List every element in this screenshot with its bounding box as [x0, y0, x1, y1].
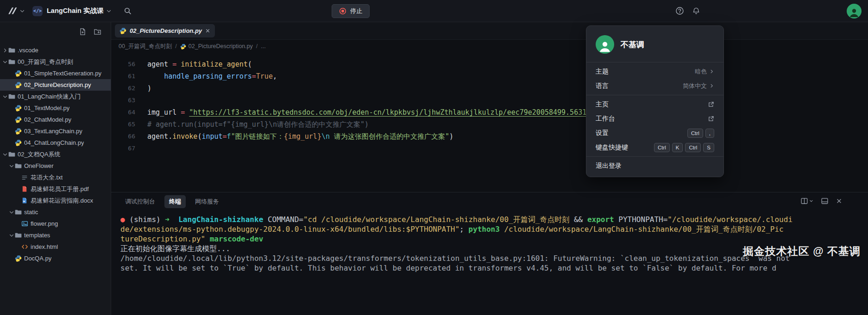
- chevron-down-icon[interactable]: [2, 152, 8, 157]
- notifications-icon[interactable]: [692, 7, 700, 15]
- stop-label: 停止: [350, 7, 362, 15]
- menu-item[interactable]: 语言简体中文: [586, 79, 723, 93]
- breadcrumb-item[interactable]: 02_PictureDescription.py: [180, 43, 253, 49]
- panel-tab-inactive[interactable]: 调试控制台: [120, 195, 160, 208]
- code-token: ): [449, 132, 453, 141]
- tree-file-item[interactable]: 02_PictureDescription.py: [0, 79, 111, 91]
- code-token: =: [252, 72, 256, 80]
- user-menu: 不基调 主题暗色语言简体中文主页工作台设置Ctrl,键盘快捷键CtrlKCtrl…: [586, 25, 724, 177]
- code-line-61[interactable]: 61 handle_parsing_errors=True,: [111, 70, 868, 82]
- tree-folder-item[interactable]: templates: [0, 229, 111, 241]
- code-token: agent: [147, 60, 172, 68]
- pdf-file-icon: [21, 185, 28, 192]
- line-number: 66: [111, 130, 135, 142]
- search-icon[interactable]: [124, 7, 132, 15]
- tree-file-item[interactable]: 花语大全.txt: [0, 172, 111, 183]
- terminal-token: export: [587, 215, 618, 224]
- tree-folder-item[interactable]: static: [0, 206, 111, 218]
- chevron-right-icon: [709, 69, 714, 74]
- tree-file-item[interactable]: 02_ChatModel.py: [0, 114, 111, 125]
- menu-item-value: 简体中文: [683, 82, 707, 90]
- line-number: 65: [111, 118, 135, 130]
- chevron-down-icon[interactable]: [106, 8, 112, 14]
- breadcrumb-item[interactable]: 00_开篇词_奇点时刻: [119, 43, 172, 50]
- close-panel-button[interactable]: [836, 198, 842, 204]
- username: 不基调: [621, 39, 644, 50]
- tree-file-item[interactable]: 01_SimpleTextGeneration.py: [0, 68, 111, 79]
- chevron-down-icon: [809, 199, 813, 203]
- editor-layout-button[interactable]: [800, 197, 813, 205]
- app-logo[interactable]: [6, 6, 18, 17]
- code-line-62[interactable]: 62): [111, 82, 868, 94]
- tree-folder-item[interactable]: OneFlower: [0, 160, 111, 172]
- menu-item[interactable]: 工作台: [586, 111, 723, 126]
- folder-icon: [14, 232, 22, 239]
- breadcrumb-item[interactable]: ...: [261, 43, 265, 49]
- python-file-icon: [14, 116, 22, 123]
- file-name: 易速鲜花运营指南.docx: [31, 197, 93, 205]
- tree-folder-item[interactable]: 02_文档QA系统: [0, 148, 111, 160]
- code-line-66[interactable]: 66agent.invoke(input=f"图片链接如下：{img_url}\…: [111, 130, 868, 142]
- terminal-token: /home/cloudide/.local/lib/python3.12/sit…: [120, 254, 790, 263]
- chevron-down-icon[interactable]: [8, 163, 14, 169]
- chevron-down-icon[interactable]: [2, 59, 8, 65]
- docx-file-icon: [21, 197, 28, 204]
- tree-file-item[interactable]: 03_TextLangChain.py: [0, 125, 111, 137]
- folder-icon: [8, 151, 15, 158]
- menu-item[interactable]: 键盘快捷键CtrlKCtrlS: [586, 140, 723, 154]
- file-name: OneFlower: [24, 162, 54, 169]
- chevron-right-icon[interactable]: [2, 48, 8, 53]
- folder-icon: [8, 47, 15, 54]
- chevron-down-icon[interactable]: [19, 8, 25, 14]
- line-number: 62: [111, 82, 135, 94]
- tree-file-item[interactable]: 易速鲜花员工手册.pdf: [0, 183, 111, 195]
- tree-folder-item[interactable]: 01_LangChain快速入门: [0, 91, 111, 102]
- tree-file-item[interactable]: DocQA.py: [0, 253, 111, 264]
- close-tab-icon[interactable]: [205, 28, 210, 33]
- code-line-63[interactable]: 63: [111, 94, 868, 106]
- line-number: 67: [111, 142, 135, 154]
- tree-file-item[interactable]: 04_ChatLongChain.py: [0, 137, 111, 148]
- code-line-67[interactable]: 67: [111, 142, 868, 154]
- panel-tab-inactive[interactable]: 网络服务: [190, 195, 224, 208]
- panel-tab-active[interactable]: 终端: [164, 195, 186, 208]
- code-token: invoke: [172, 132, 197, 141]
- new-file-button[interactable]: [79, 28, 87, 36]
- code-editor[interactable]: 56agent = initialize_agent(61 handle_par…: [111, 53, 868, 192]
- tree-folder-item[interactable]: 00_开篇词_奇点时刻: [0, 56, 111, 68]
- toggle-panel-button[interactable]: [821, 197, 829, 205]
- stop-button[interactable]: 停止: [332, 4, 370, 18]
- help-icon[interactable]: [675, 6, 684, 15]
- project-name[interactable]: LangChain 实战课: [47, 6, 103, 15]
- new-folder-button[interactable]: [94, 28, 101, 36]
- chevron-down-icon[interactable]: [2, 94, 8, 99]
- tree-file-item[interactable]: flower.png: [0, 218, 111, 229]
- menu-item[interactable]: 设置Ctrl,: [586, 126, 723, 140]
- terminal-output[interactable]: ● (shims) ➜ LangChain-shizhanke COMMAND=…: [111, 211, 868, 315]
- tree-file-item[interactable]: 01_TextModel.py: [0, 102, 111, 114]
- code-line-64[interactable]: 64img_url = "https://lf3-static.bytednsd…: [111, 106, 868, 118]
- terminal-token: tureDescription.py": [120, 235, 205, 243]
- menu-item[interactable]: 退出登录: [586, 159, 723, 173]
- user-avatar[interactable]: [847, 4, 862, 19]
- code-line-65[interactable]: 65# agent.run(input=f"{img_url}\n请创作合适的中…: [111, 118, 868, 130]
- menu-item-value: 暗色: [695, 68, 707, 76]
- terminal-line: ● (shims) ➜ LangChain-shizhanke COMMAND=…: [120, 215, 868, 224]
- chevron-down-icon[interactable]: [8, 233, 14, 238]
- user-menu-items: 主题暗色语言简体中文主页工作台设置Ctrl,键盘快捷键CtrlKCtrlS退出登…: [586, 62, 723, 173]
- chevron-down-icon[interactable]: [8, 210, 14, 215]
- tree-folder-item[interactable]: .vscode: [0, 44, 111, 56]
- file-name: 01_TextModel.py: [24, 105, 69, 111]
- python-file-icon: [14, 70, 22, 77]
- menu-item[interactable]: 主页: [586, 97, 723, 111]
- file-name: 易速鲜花员工手册.pdf: [31, 185, 89, 193]
- file-name: index.html: [31, 243, 58, 250]
- tree-file-item[interactable]: index.html: [0, 241, 111, 253]
- topbar: </> LangChain 实战课 停止: [0, 0, 868, 22]
- explorer-toolbar: [0, 22, 111, 41]
- code-line-56[interactable]: 56agent = initialize_agent(: [111, 58, 868, 70]
- file-name: 01_SimpleTextGeneration.py: [24, 70, 101, 77]
- editor-tab[interactable]: 02_PictureDescription.py: [115, 24, 215, 37]
- menu-item[interactable]: 主题暗色: [586, 64, 723, 79]
- tree-file-item[interactable]: 易速鲜花运营指南.docx: [0, 195, 111, 206]
